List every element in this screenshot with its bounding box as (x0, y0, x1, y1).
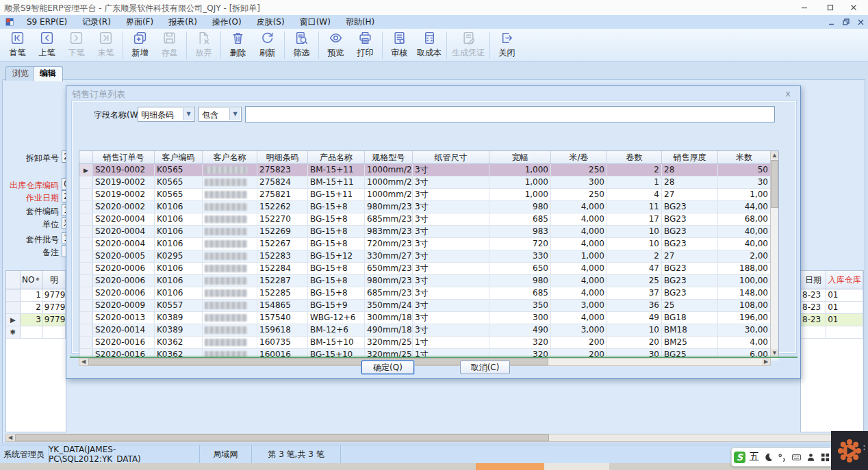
toolbar-voucher-button[interactable]: 生成凭证 (449, 30, 487, 60)
toolbar-refresh-button[interactable]: 刷新 (253, 30, 282, 60)
table-row[interactable]: 297792 (6, 302, 66, 314)
column-header[interactable]: 产品名称 (308, 151, 365, 164)
column-header[interactable]: 规格型号 (365, 151, 413, 164)
toolbar-add-button[interactable]: 新增 (125, 30, 155, 60)
mdi-close-icon[interactable] (858, 19, 864, 25)
cell: 11 (607, 201, 662, 213)
scrollbar-thumb[interactable] (771, 160, 778, 208)
column-header[interactable]: 客户编码 (155, 151, 203, 164)
menu-item[interactable]: 帮助(H) (338, 15, 382, 29)
column-header-warehouse[interactable]: 入库仓库 (826, 271, 863, 289)
mdi-minimize-icon[interactable] (828, 19, 834, 25)
table-row[interactable]: ▶S2019-0002K0565275823BM-15+111000mm/26u… (79, 164, 778, 177)
cell: BM-12+6 (308, 324, 365, 336)
table-row[interactable]: 8-2301 (801, 314, 863, 326)
table-row[interactable]: S2020-0006K0106152285BG-15+8685mm/23um..… (79, 287, 778, 300)
toolbar-next-button[interactable]: 下笔 (62, 30, 91, 60)
scroll-left-icon[interactable]: ◀ (6, 434, 14, 441)
table-row[interactable]: 8-2301 (801, 289, 863, 302)
cell: 40,00 (718, 238, 771, 250)
column-header-no[interactable]: NO (21, 271, 43, 289)
filter-search-input[interactable] (245, 106, 775, 122)
table-row[interactable]: S2020-0016K0362160735BM-15+10320mm/25um.… (79, 337, 778, 349)
table-row[interactable]: 8-2301 (801, 302, 863, 314)
table-row[interactable]: S2020-0014K0389159618BM-12+6490mm/18um..… (79, 324, 778, 337)
tab-browse[interactable]: 浏览 (5, 66, 36, 81)
grid-vscrollbar[interactable]: ▲ ▼ (770, 151, 778, 357)
column-header[interactable]: 客户名称 (203, 151, 257, 164)
maximize-button[interactable] (819, 0, 842, 15)
table-row[interactable]: 197792 (6, 289, 66, 302)
grid-hscrollbar[interactable]: ◀ ▶ (79, 358, 771, 366)
table-row[interactable]: ▶397792 (6, 314, 66, 326)
column-header[interactable]: 明细条码 (257, 151, 308, 164)
ime-logo-icon[interactable]: S (734, 452, 745, 463)
chevron-down-icon[interactable]: ▼ (183, 108, 194, 120)
column-header[interactable]: 米数 (718, 151, 771, 164)
scroll-right-icon[interactable]: ▶ (762, 358, 770, 365)
cell-date: 8-23 (801, 302, 826, 313)
ime-mode-label[interactable]: 五 (750, 451, 759, 463)
column-header[interactable]: 销售厚度 (662, 151, 718, 164)
toolbar-prev-button[interactable]: 上笔 (32, 30, 62, 60)
column-header-detail[interactable]: 明 (43, 271, 66, 289)
mdi-restore-icon[interactable] (843, 18, 850, 25)
toolbar-cost-button[interactable]: 取成本 (414, 30, 444, 60)
close-button[interactable] (842, 0, 865, 15)
table-row[interactable]: S2020-0002K0106152262BG-15+8980mm/23um..… (79, 201, 778, 213)
keyboard-icon[interactable] (791, 452, 802, 462)
toolbar-filter-button[interactable]: 筛选 (287, 30, 316, 60)
table-row[interactable]: S2020-0004K0106152270BG-15+8685mm/23um..… (79, 213, 778, 226)
table-row[interactable]: S2020-0005K0295152283BG-15+12330mm/27um.… (79, 250, 778, 263)
table-row[interactable]: S2020-0013K0389157540WBG-12+6300mm/18um.… (79, 312, 778, 324)
menu-item[interactable]: 操作(O) (205, 15, 249, 29)
menu-s9erp[interactable]: S9 ERP(E) (19, 15, 75, 29)
scroll-up-icon[interactable]: ▲ (771, 151, 778, 159)
grid-icon[interactable] (820, 452, 830, 462)
punct-icon[interactable] (777, 452, 787, 462)
detail-grid-hscrollbar[interactable]: ◀ ▶ (5, 434, 861, 442)
toolbar-delete-button[interactable]: 删除 (223, 30, 253, 60)
column-header[interactable]: 纸管尺寸 (413, 151, 489, 164)
menu-item[interactable]: 报表(R) (161, 15, 205, 29)
menu-item[interactable]: 皮肤(S) (249, 15, 292, 29)
toolbar-save-button[interactable]: 存盘 (155, 30, 184, 60)
table-row[interactable]: S2019-0002K0565275821BG-15+111000mm/26u.… (79, 189, 778, 201)
table-row[interactable]: ✱ (6, 326, 66, 339)
table-row[interactable] (801, 326, 863, 339)
toolbar-last-button[interactable]: 末笔 (91, 30, 120, 60)
menu-item[interactable]: 窗口(W) (292, 15, 338, 29)
column-header-date[interactable]: 日期 (801, 271, 826, 289)
toolbar-close-button[interactable]: 关闭 (492, 30, 522, 60)
cell: 152262 (257, 201, 308, 213)
scroll-left-icon[interactable]: ◀ (79, 358, 88, 365)
menu-item[interactable]: 记录(R) (75, 15, 118, 29)
minimize-button[interactable] (793, 0, 816, 15)
scrollbar-thumb[interactable] (15, 434, 549, 441)
table-row[interactable]: S2020-0004K0106152269BG-15+8983mm/23um..… (79, 226, 778, 238)
toolbar-first-button[interactable]: 首笔 (3, 30, 32, 60)
table-row[interactable]: S2020-0006K0106152284BG-15+8650mm/23um..… (79, 263, 778, 275)
table-row[interactable]: S2020-0006K0106152287BG-15+8980mm/23um..… (79, 275, 778, 287)
menu-item[interactable]: 界面(F) (118, 15, 161, 29)
moon-icon[interactable] (763, 452, 774, 462)
person-icon[interactable] (806, 452, 816, 462)
toolbar-audit-button[interactable]: 审核 (385, 30, 414, 60)
tab-edit[interactable]: 编辑 (33, 66, 63, 81)
filter-field-select[interactable]: 明细条码 ▼ (138, 107, 195, 122)
table-row[interactable]: S2019-0002K0565275824BM-15+111000mm/26u.… (79, 177, 778, 189)
chevron-down-icon[interactable]: ▼ (229, 108, 240, 120)
toolbar-discard-button[interactable]: 放弃 (189, 30, 218, 60)
cancel-button[interactable]: 取消(C) (460, 361, 510, 374)
column-header[interactable]: 卷数 (607, 151, 662, 164)
column-header[interactable]: 销售订单号 (93, 151, 155, 164)
column-header[interactable]: 米/卷 (551, 151, 607, 164)
filter-operator-select[interactable]: 包含 ▼ (199, 107, 242, 122)
column-header[interactable]: 宽幅 (489, 151, 551, 164)
ok-button[interactable]: 确定(Q) (361, 361, 414, 374)
table-row[interactable]: S2020-0004K0106152267BG-15+8720mm/23um..… (79, 238, 778, 250)
table-row[interactable]: S2020-0009K0557154865BG-15+9350mm/24um..… (79, 300, 778, 312)
toolbar-preview-button[interactable]: 预览 (321, 30, 350, 60)
dialog-close-icon[interactable]: x (782, 88, 793, 99)
toolbar-print-button[interactable]: 打印 (350, 30, 380, 60)
